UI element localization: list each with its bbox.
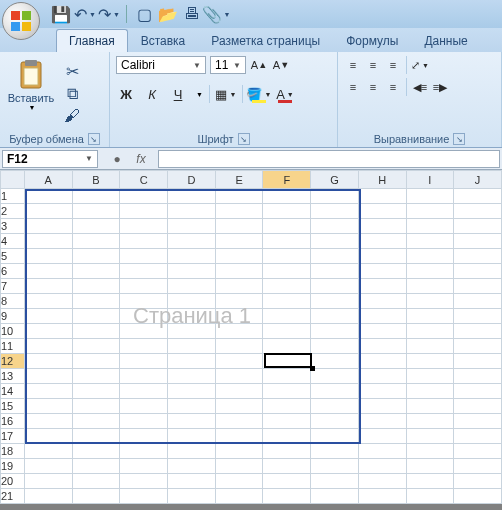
cell-J21[interactable] [454,489,502,504]
cell-H5[interactable] [358,249,406,264]
tab-data[interactable]: Данные [411,29,480,52]
col-header-E[interactable]: E [215,171,263,189]
cell-H4[interactable] [358,234,406,249]
cell-B17[interactable] [72,429,120,444]
cell-F21[interactable] [263,489,311,504]
cell-H6[interactable] [358,264,406,279]
cell-H21[interactable] [358,489,406,504]
cell-J5[interactable] [454,249,502,264]
cell-E4[interactable] [215,234,263,249]
cell-G1[interactable] [311,189,359,204]
cell-F17[interactable] [263,429,311,444]
cell-I19[interactable] [406,459,454,474]
cell-C11[interactable] [120,339,168,354]
cell-I18[interactable] [406,444,454,459]
cell-H19[interactable] [358,459,406,474]
align-bottom-icon[interactable]: ≡ [384,56,402,74]
undo-icon[interactable]: ↶▼ [76,5,94,23]
cell-B4[interactable] [72,234,120,249]
cell-H18[interactable] [358,444,406,459]
print-icon[interactable]: 🖶 [183,5,201,23]
cell-I5[interactable] [406,249,454,264]
cell-I7[interactable] [406,279,454,294]
cell-J18[interactable] [454,444,502,459]
cell-C6[interactable] [120,264,168,279]
cell-F12[interactable] [263,354,311,369]
tab-home[interactable]: Главная [56,29,128,52]
row-header-12[interactable]: 12 [1,354,25,369]
underline-button[interactable]: Ч [168,84,188,104]
cell-I1[interactable] [406,189,454,204]
tab-formulas[interactable]: Формулы [333,29,411,52]
cell-G9[interactable] [311,309,359,324]
font-size-combo[interactable]: 11 ▼ [210,56,246,74]
cell-G10[interactable] [311,324,359,339]
cell-I20[interactable] [406,474,454,489]
col-header-G[interactable]: G [311,171,359,189]
cell-I3[interactable] [406,219,454,234]
cell-F4[interactable] [263,234,311,249]
cell-G21[interactable] [311,489,359,504]
cell-B6[interactable] [72,264,120,279]
cell-H1[interactable] [358,189,406,204]
format-painter-icon[interactable]: 🖌 [64,108,80,124]
cell-A3[interactable] [24,219,72,234]
cell-E10[interactable] [215,324,263,339]
font-color-icon[interactable]: A▼ [275,84,295,104]
align-right-icon[interactable]: ≡ [384,78,402,96]
cell-J20[interactable] [454,474,502,489]
cell-E8[interactable] [215,294,263,309]
row-header-14[interactable]: 14 [1,384,25,399]
cell-F13[interactable] [263,369,311,384]
paste-button[interactable]: Вставить ▼ [6,56,56,131]
row-header-19[interactable]: 19 [1,459,25,474]
new-icon[interactable]: ▢ [135,5,153,23]
italic-button[interactable]: К [142,84,162,104]
cell-C3[interactable] [120,219,168,234]
cell-F16[interactable] [263,414,311,429]
cell-D19[interactable] [168,459,216,474]
office-button[interactable] [2,2,40,40]
cell-B16[interactable] [72,414,120,429]
cell-A15[interactable] [24,399,72,414]
cell-D10[interactable] [168,324,216,339]
cell-F20[interactable] [263,474,311,489]
cell-H13[interactable] [358,369,406,384]
cell-J6[interactable] [454,264,502,279]
save-icon[interactable]: 💾 [52,5,70,23]
cell-D14[interactable] [168,384,216,399]
tab-insert[interactable]: Вставка [128,29,199,52]
cell-B21[interactable] [72,489,120,504]
bold-button[interactable]: Ж [116,84,136,104]
cell-I14[interactable] [406,384,454,399]
cell-H16[interactable] [358,414,406,429]
cell-G3[interactable] [311,219,359,234]
cell-A21[interactable] [24,489,72,504]
clipboard-launcher-icon[interactable]: ↘ [88,133,100,145]
cell-B9[interactable] [72,309,120,324]
cell-B15[interactable] [72,399,120,414]
cell-H10[interactable] [358,324,406,339]
cell-D11[interactable] [168,339,216,354]
cell-J19[interactable] [454,459,502,474]
cell-D1[interactable] [168,189,216,204]
align-center-icon[interactable]: ≡ [364,78,382,96]
cell-B10[interactable] [72,324,120,339]
cell-G13[interactable] [311,369,359,384]
cell-A16[interactable] [24,414,72,429]
cell-G16[interactable] [311,414,359,429]
row-header-1[interactable]: 1 [1,189,25,204]
cell-I15[interactable] [406,399,454,414]
cell-D17[interactable] [168,429,216,444]
cell-G14[interactable] [311,384,359,399]
align-left-icon[interactable]: ≡ [344,78,362,96]
copy-icon[interactable]: ⧉ [64,86,80,102]
decrease-font-icon[interactable]: A▼ [272,56,290,74]
row-header-5[interactable]: 5 [1,249,25,264]
cell-I10[interactable] [406,324,454,339]
cell-B11[interactable] [72,339,120,354]
cell-G17[interactable] [311,429,359,444]
cell-J8[interactable] [454,294,502,309]
row-header-9[interactable]: 9 [1,309,25,324]
cell-C2[interactable] [120,204,168,219]
